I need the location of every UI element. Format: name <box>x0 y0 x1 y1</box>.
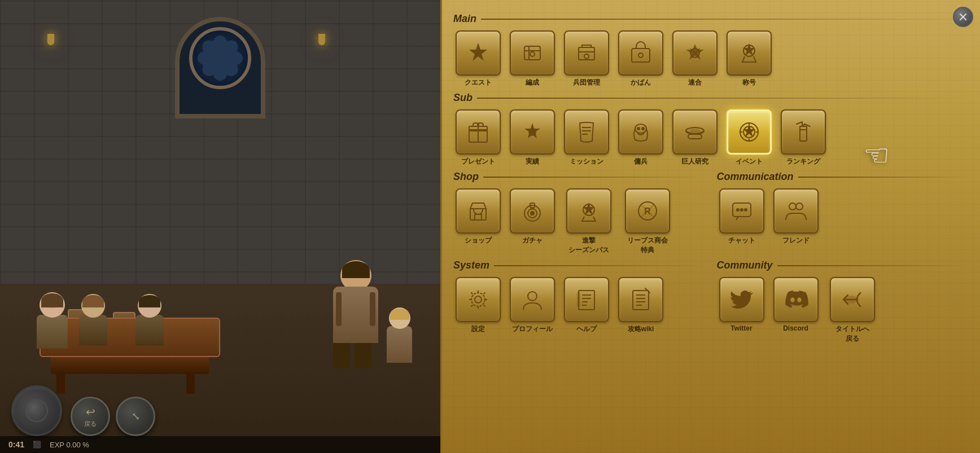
menu-item-wiki[interactable]: 攻略wiki <box>616 277 666 334</box>
main-section-line <box>481 19 969 20</box>
menu-item-reeves[interactable]: R リーブス商会 特典 <box>620 188 675 255</box>
svg-point-30 <box>737 209 739 211</box>
title-award-label: 称号 <box>742 78 756 87</box>
back-button[interactable]: ↩ 戻る <box>71 397 110 436</box>
svg-point-1 <box>530 52 535 56</box>
menu-item-chat[interactable]: チャット <box>717 188 767 245</box>
menu-item-mission[interactable]: ミッション <box>562 109 611 166</box>
sub-menu-grid: プレゼント 実績 ミッション <box>453 109 969 166</box>
shop-label: ショップ <box>465 236 492 245</box>
friend-label: フレンド <box>782 236 810 245</box>
corps-icon <box>564 30 609 76</box>
menu-item-title-back[interactable]: タイトルへ 戻る <box>825 277 880 344</box>
status-time: 0:41 <box>8 440 24 449</box>
present-icon <box>456 109 501 155</box>
svg-rect-19 <box>800 126 807 141</box>
community-section-title: Community <box>717 260 773 271</box>
menu-item-settings[interactable]: 設定 <box>453 277 503 334</box>
menu-item-corps[interactable]: 兵団管理 <box>562 30 611 87</box>
wall-lamp-left <box>45 34 56 56</box>
menu-item-twitter[interactable]: Twitter <box>717 277 767 344</box>
menu-item-season-pass[interactable]: 進撃 シーズンパス <box>562 188 616 255</box>
community-section-header: Community <box>717 260 969 271</box>
expand-button[interactable]: ⤡ <box>116 397 155 436</box>
battery-icon: ⬛ <box>33 441 41 448</box>
svg-point-3 <box>584 54 589 59</box>
svg-point-36 <box>471 293 485 306</box>
menu-item-friend[interactable]: フレンド <box>771 188 821 245</box>
achievement-label: 実績 <box>526 157 539 166</box>
menu-item-bag[interactable]: かばん <box>616 30 666 87</box>
system-section: System 設定 <box>453 260 706 348</box>
ranking-icon <box>781 109 826 155</box>
menu-item-shop[interactable]: ショップ <box>453 188 503 255</box>
help-label: ヘルプ <box>576 324 597 334</box>
corps-label: 兵団管理 <box>573 78 600 87</box>
close-button[interactable] <box>953 7 973 27</box>
formation-label: 編成 <box>526 78 539 87</box>
profile-icon <box>510 277 555 322</box>
mercenary-icon <box>618 109 663 155</box>
friend-icon <box>773 188 819 234</box>
bag-icon <box>618 30 663 76</box>
titan-icon <box>672 109 718 155</box>
titan-label: 巨人研究 <box>681 157 708 166</box>
system-section-header: System <box>453 260 706 271</box>
settings-icon <box>456 277 501 322</box>
menu-item-help[interactable]: ヘルプ <box>562 277 611 334</box>
title-back-label: タイトルへ 戻る <box>835 324 869 344</box>
wall-lamp-right <box>316 34 327 56</box>
shop-section-line <box>483 177 706 178</box>
gacha-label: ガチャ <box>522 236 542 245</box>
svg-point-24 <box>531 212 534 215</box>
svg-rect-21 <box>475 214 482 220</box>
system-section-title: System <box>453 260 489 271</box>
mission-icon <box>564 109 609 155</box>
main-menu-grid: クエスト 編成 兵団管理 <box>453 30 969 87</box>
arch-window <box>175 17 265 118</box>
shop-comm-row: Shop ショップ <box>453 171 969 260</box>
community-menu-grid: Twitter Discord <box>717 277 969 344</box>
svg-rect-4 <box>632 49 650 62</box>
menu-item-discord[interactable]: Discord <box>771 277 821 344</box>
discord-icon <box>773 277 819 322</box>
comm-section-title: Communication <box>717 171 794 183</box>
menu-item-quest[interactable]: クエスト <box>453 30 503 87</box>
menu-item-alliance[interactable]: 連合 <box>670 30 720 87</box>
alliance-label: 連合 <box>688 78 702 87</box>
event-icon <box>727 109 772 155</box>
svg-point-31 <box>741 209 743 211</box>
sub-section-title: Sub <box>453 92 473 104</box>
menu-item-profile[interactable]: プロフィール <box>508 277 557 334</box>
menu-item-mercenary[interactable]: 傭兵 <box>616 109 666 166</box>
joystick[interactable] <box>11 385 62 436</box>
menu-item-achievement[interactable]: 実績 <box>508 109 557 166</box>
gacha-icon <box>510 188 555 234</box>
community-section-line <box>777 265 969 266</box>
menu-item-event[interactable]: イベント <box>724 109 774 166</box>
menu-item-titan[interactable]: 巨人研究 <box>670 109 720 166</box>
menu-item-gacha[interactable]: ガチャ <box>508 188 557 255</box>
svg-rect-39 <box>578 293 580 306</box>
comm-section-line <box>798 177 969 178</box>
mercenary-label: 傭兵 <box>634 157 648 166</box>
settings-label: 設定 <box>471 324 485 334</box>
season-pass-label: 進撃 シーズンパス <box>568 236 609 255</box>
bag-label: かばん <box>631 78 651 87</box>
menu-item-ranking[interactable]: ランキング <box>778 109 828 166</box>
present-label: プレゼント <box>461 157 495 166</box>
menu-item-title-award[interactable]: 称号 <box>724 30 774 87</box>
status-bar: 0:41 ⬛ EXP 0.00 % <box>0 436 440 453</box>
shop-menu-grid: ショップ ガチャ <box>453 188 706 255</box>
status-exp: EXP 0.00 % <box>50 441 89 449</box>
menu-item-present[interactable]: プレゼント <box>453 109 503 166</box>
game-area: ↩ 戻る ⤡ 0:41 ⬛ EXP 0.00 % <box>0 0 440 453</box>
title-back-icon <box>830 277 875 322</box>
twitter-label: Twitter <box>730 324 752 332</box>
shop-section-title: Shop <box>453 171 479 183</box>
svg-point-15 <box>690 129 699 133</box>
menu-item-formation[interactable]: 編成 <box>508 30 557 87</box>
shop-icon <box>456 188 501 234</box>
svg-point-5 <box>638 53 643 58</box>
event-label: イベント <box>736 157 763 166</box>
